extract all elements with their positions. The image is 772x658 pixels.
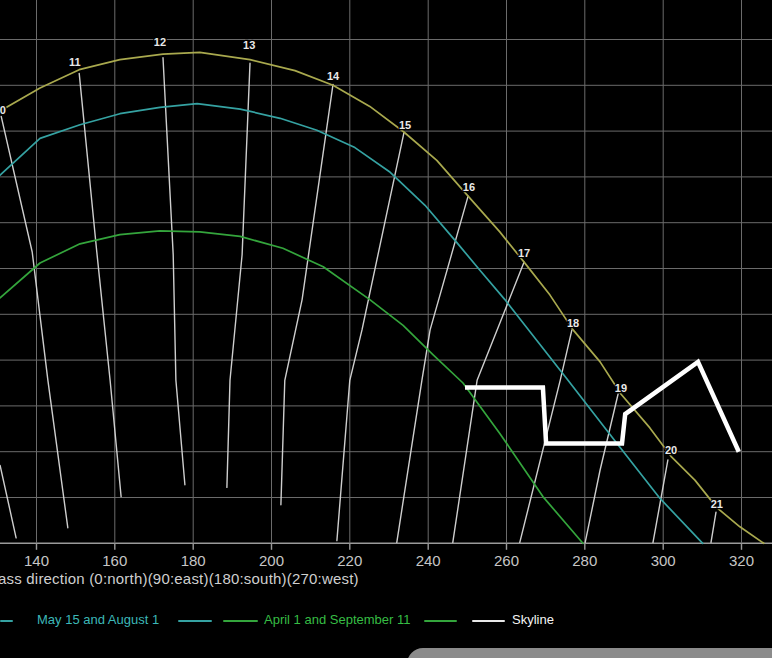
hour-label-14: 14 bbox=[327, 70, 340, 82]
series-may15-aug1 bbox=[0, 104, 703, 544]
hour-label-12: 12 bbox=[154, 36, 166, 48]
x-axis-tick-label: 240 bbox=[416, 552, 441, 569]
hour-label-0: 0 bbox=[0, 104, 6, 116]
legend-label-may15-aug1[interactable]: May 15 and August 1 bbox=[37, 612, 159, 627]
legend-line-skyline bbox=[472, 620, 505, 622]
x-axis-tick-label: 280 bbox=[572, 552, 597, 569]
hour-label-18: 18 bbox=[567, 317, 579, 329]
legend-label-skyline[interactable]: Skyline bbox=[512, 612, 554, 627]
x-axis-tick-label: 160 bbox=[102, 552, 127, 569]
legend-line-may15-aug1 bbox=[178, 620, 212, 622]
legend-line-apr1-sep11 bbox=[424, 620, 457, 622]
x-axis-tick-label: 320 bbox=[729, 552, 754, 569]
legend-label-apr1-sep11[interactable]: April 1 and September 11 bbox=[264, 612, 410, 627]
hour-line-21 bbox=[711, 512, 716, 542]
hour-line-16 bbox=[397, 196, 468, 542]
hour-line-14 bbox=[281, 84, 333, 504]
x-axis-tick-label: 220 bbox=[337, 552, 362, 569]
hour-label-20: 20 bbox=[665, 444, 677, 456]
hour-line-19 bbox=[585, 394, 618, 542]
hour-label-17: 17 bbox=[518, 247, 530, 259]
hour-label-19: 19 bbox=[615, 382, 627, 394]
hour-line-12 bbox=[163, 58, 185, 485]
legend-line-may15-aug1 bbox=[0, 620, 13, 622]
hour-line-17 bbox=[453, 262, 524, 542]
hour-line-15 bbox=[337, 133, 404, 541]
x-axis-label: ass direction (0:north)(90:east)(180:sou… bbox=[0, 570, 359, 587]
hour-label-21: 21 bbox=[711, 498, 723, 510]
x-axis-tick-label: 140 bbox=[24, 552, 49, 569]
x-axis-tick-label: 200 bbox=[259, 552, 284, 569]
x-axis-tick-label: 180 bbox=[181, 552, 206, 569]
hour-label-15: 15 bbox=[399, 119, 411, 131]
legend-line-apr1-sep11 bbox=[223, 620, 258, 622]
hour-line-20 bbox=[653, 460, 668, 543]
x-axis-tick-label: 300 bbox=[651, 552, 676, 569]
hour-label-16: 16 bbox=[463, 181, 475, 193]
hour-line bbox=[0, 465, 16, 537]
x-axis-tick-label: 260 bbox=[494, 552, 519, 569]
hour-line-10 bbox=[1, 116, 68, 527]
hour-label-13: 13 bbox=[243, 39, 255, 51]
chart-legend: May 15 and August 1 April 1 and Septembe… bbox=[0, 611, 772, 631]
hour-label-11: 11 bbox=[69, 56, 81, 68]
horizontal-scrollbar-thumb[interactable] bbox=[407, 648, 772, 658]
hour-line-13 bbox=[227, 63, 250, 487]
sun-path-chart-page: 1401601802002202402602803003200111213141… bbox=[0, 0, 772, 658]
sun-path-chart: 1401601802002202402602803003200111213141… bbox=[0, 0, 772, 658]
